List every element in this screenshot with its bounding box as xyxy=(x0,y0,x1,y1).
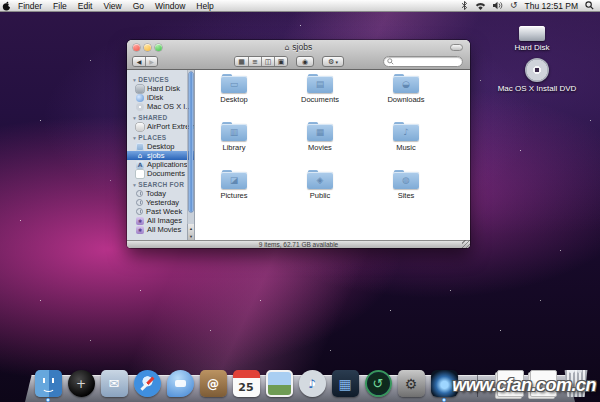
menu-item[interactable]: View xyxy=(103,1,121,11)
menu-item[interactable]: File xyxy=(53,1,67,11)
folder-icon: ◒ xyxy=(393,74,419,93)
sidebar-item-icon xyxy=(136,190,143,197)
sidebar-item-label: Mac OS X I... xyxy=(147,102,192,111)
folder-icon: ♪ xyxy=(393,122,419,141)
resize-grip[interactable] xyxy=(462,240,470,248)
folder-pictures[interactable]: ◪ Pictures xyxy=(191,170,277,218)
hard-disk-desktop-icon[interactable]: Hard Disk xyxy=(484,26,580,52)
sidebar-section-places[interactable]: ▼PLACES xyxy=(127,131,194,142)
sidebar-item-idisk[interactable]: iDisk xyxy=(127,93,194,102)
menu-item[interactable]: Help xyxy=(196,1,213,11)
toolbar: ◀ ▶ ▦≡◫▣ ◉ ⚙ ▾ xyxy=(127,53,470,70)
sidebar-item-icon xyxy=(136,143,144,151)
view-mode-segments: ▦≡◫▣ xyxy=(234,56,288,67)
folder-movies[interactable]: ▦ Movies xyxy=(277,122,363,170)
folder-desktop[interactable]: ▭ Desktop xyxy=(191,74,277,122)
sidebar-item-applications[interactable]: AApplications xyxy=(127,160,194,169)
folder-label: Sites xyxy=(363,191,449,200)
sidebar-item-icon xyxy=(136,85,144,93)
menu-item[interactable]: Go xyxy=(133,1,144,11)
finder-dock-icon[interactable] xyxy=(34,367,62,397)
menu-bar: FinderFileEditViewGoWindowHelp ↺ Thu 12:… xyxy=(0,0,600,12)
sidebar-item-icon xyxy=(136,123,144,131)
sidebar-item-icon xyxy=(136,103,144,111)
menu-list: FinderFileEditViewGoWindowHelp xyxy=(18,1,214,11)
eye-icon: ◉ xyxy=(302,58,308,66)
system-preferences-dock-icon[interactable]: ⚙ xyxy=(397,367,425,397)
nav-buttons: ◀ ▶ xyxy=(132,56,158,67)
spotlight-icon[interactable] xyxy=(585,1,594,10)
time-machine-menu-icon[interactable]: ↺ xyxy=(510,1,518,10)
scrollbar-arrows[interactable]: ▲▼ xyxy=(187,224,194,240)
itunes-dock-icon[interactable]: ♪ xyxy=(298,367,326,397)
folder-music[interactable]: ♪ Music xyxy=(363,122,449,170)
ical-dock-icon[interactable]: 25 xyxy=(232,367,260,397)
gear-icon: ⚙ xyxy=(328,58,334,66)
airport-wifi-icon[interactable] xyxy=(475,2,486,10)
back-button[interactable]: ◀ xyxy=(133,57,145,66)
sidebar-item-today[interactable]: Today xyxy=(127,189,194,198)
folder-public[interactable]: ◈ Public xyxy=(277,170,363,218)
address-book-dock-icon[interactable]: @ xyxy=(199,367,227,397)
folder-icon: ◍ xyxy=(393,170,419,189)
folder-downloads[interactable]: ◒ Downloads xyxy=(363,74,449,122)
ichat-dock-icon[interactable] xyxy=(166,367,194,397)
menu-item[interactable]: Finder xyxy=(18,1,42,11)
bluetooth-icon[interactable] xyxy=(461,1,468,10)
sidebar-item-airport-extreme[interactable]: AirPort Extreme xyxy=(127,122,194,131)
search-input[interactable] xyxy=(394,58,454,65)
scroll-up-icon[interactable]: ▲ xyxy=(189,226,193,231)
forward-button[interactable]: ▶ xyxy=(145,57,157,66)
folder-label: Movies xyxy=(277,143,363,152)
sidebar-item-label: sjobs xyxy=(147,151,165,160)
folder-icon: ▦ xyxy=(307,122,333,141)
menu-bar-clock[interactable]: Thu 12:51 PM xyxy=(525,1,578,11)
folder-icon: ◪ xyxy=(221,170,247,189)
folder-label: Library xyxy=(191,143,277,152)
toolbar-toggle-pill[interactable] xyxy=(450,44,463,51)
sidebar-item-install-dvd[interactable]: Mac OS X I...▴ xyxy=(127,102,194,111)
dashboard-dock-icon[interactable]: + xyxy=(67,367,95,397)
sidebar-item-documents[interactable]: Documents xyxy=(127,169,194,178)
scroll-down-icon[interactable]: ▼ xyxy=(189,234,193,239)
sidebar-item-icon xyxy=(136,94,144,102)
install-dvd-desktop-icon[interactable]: Mac OS X Install DVD xyxy=(489,58,585,93)
folder-sites[interactable]: ◍ Sites xyxy=(363,170,449,218)
sidebar-item-all-movies[interactable]: ✱All Movies xyxy=(127,225,194,234)
sidebar-section-shared[interactable]: ▼SHARED xyxy=(127,111,194,122)
spaces-dock-icon[interactable]: ▦ xyxy=(331,367,359,397)
volume-icon[interactable] xyxy=(493,1,503,10)
safari-dock-icon[interactable] xyxy=(133,367,161,397)
sidebar-section-search-for[interactable]: ▼SEARCH FOR xyxy=(127,178,194,189)
sidebar-item-icon: ✱ xyxy=(136,217,144,225)
sidebar-item-icon: ✱ xyxy=(136,226,144,234)
preview-dock-icon[interactable] xyxy=(265,367,293,397)
window-chrome[interactable]: ⌂ sjobs ◀ ▶ ▦≡◫▣ ◉ ⚙ ▾ xyxy=(127,40,470,70)
folder-icon: ▥ xyxy=(221,122,247,141)
status-bar: 9 items, 62.71 GB available xyxy=(127,240,470,248)
sidebar-item-label: All Movies xyxy=(147,225,181,234)
folder-label: Desktop xyxy=(191,95,277,104)
menu-item[interactable]: Window xyxy=(155,1,185,11)
sidebar-item-hard-disk[interactable]: Hard Disk xyxy=(127,84,194,93)
menu-item[interactable]: Edit xyxy=(78,1,93,11)
running-indicator xyxy=(46,398,50,402)
sidebar-item-desktop[interactable]: Desktop xyxy=(127,142,194,151)
search-field[interactable] xyxy=(383,56,463,67)
sidebar-item-icon: ⌂ xyxy=(136,152,144,160)
apple-menu-icon[interactable] xyxy=(0,1,14,11)
sidebar-item-icon xyxy=(136,208,143,215)
sidebar-item-icon xyxy=(136,199,143,206)
sidebar-item-sjobs-home[interactable]: ⌂sjobs xyxy=(127,151,194,160)
action-button[interactable]: ⚙ ▾ xyxy=(322,56,344,67)
sidebar-item-all-images[interactable]: ✱All Images xyxy=(127,216,194,225)
folder-label: Music xyxy=(363,143,449,152)
folder-documents[interactable]: ▤ Documents xyxy=(277,74,363,122)
sidebar-section-devices[interactable]: ▼DEVICES xyxy=(127,73,194,84)
quick-look-button[interactable]: ◉ xyxy=(296,56,314,67)
mail-dock-icon[interactable]: ✉ xyxy=(100,367,128,397)
folder-library[interactable]: ▥ Library xyxy=(191,122,277,170)
time-machine-dock-icon[interactable]: ↺ xyxy=(364,367,392,397)
sidebar-item-past-week[interactable]: Past Week xyxy=(127,207,194,216)
sidebar-item-yesterday[interactable]: Yesterday xyxy=(127,198,194,207)
